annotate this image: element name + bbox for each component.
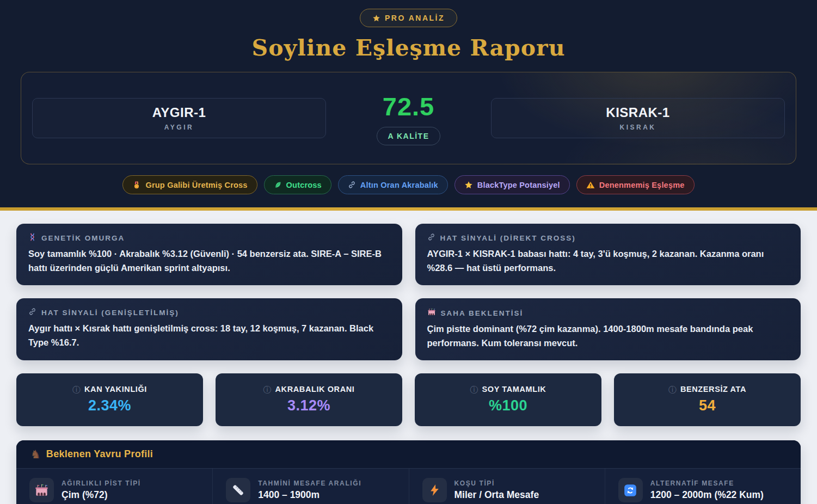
star-icon <box>464 181 473 189</box>
tags-row: Grup Galibi Üretmiş Cross Outcross Altın… <box>0 175 817 194</box>
profile-item-value: Miler / Orta Mesafe <box>454 489 539 501</box>
profile-item-label: TAHMİNİ MESAFE ARALIĞI <box>258 480 361 487</box>
match-score: 72.5 <box>383 91 434 121</box>
stat-pedigree-completeness: ⓘ SOY TAMAMLIK %100 <box>415 373 601 426</box>
stat-label: SOY TAMAMLIK <box>482 385 546 394</box>
info-icon: ⓘ <box>72 385 81 394</box>
link-icon <box>427 233 435 243</box>
profile-item-value: 1400 – 1900m <box>258 489 361 501</box>
expected-foal-profile-panel: ♞ Beklenen Yavru Profili AĞIRLIKLI PİST … <box>16 440 801 504</box>
horse-icon: ♞ <box>30 448 41 460</box>
main-section: GENETİK OMURGA Soy tamamlık %100 · Akrab… <box>0 211 817 504</box>
profile-item-alternate-distance: ALTERNATİF MESAFE 1200 – 2000m (%22 Kum) <box>605 469 801 504</box>
tag-label: Outcross <box>286 181 322 189</box>
stat-blood-proximity: ⓘ KAN YAKINLIĞI 2.34% <box>16 373 203 426</box>
card-body: Çim pistte dominant (%72 çim kazanma). 1… <box>427 322 789 350</box>
leaf-icon <box>274 181 282 189</box>
stat-value: 3.12% <box>221 397 397 414</box>
stat-label: KAN YAKINLIĞI <box>84 385 147 394</box>
pro-badge-label: PRO ANALİZ <box>385 14 445 22</box>
card-track-expectation: SAHA BEKLENTİSİ Çim pistte dominant (%72… <box>415 298 801 360</box>
link-icon <box>348 181 356 189</box>
refresh-icon <box>618 478 643 502</box>
profile-item-running-style: KOŞU TİPİ Miler / Orta Mesafe <box>409 469 605 504</box>
dna-icon <box>28 233 36 243</box>
pro-analysis-badge: PRO ANALİZ <box>360 9 457 27</box>
profile-row: AĞIRLIKLI PİST TİPİ Çim (%72) TAHMİNİ ME… <box>16 469 801 504</box>
stats-grid: ⓘ KAN YAKINLIĞI 2.34% ⓘ AKRABALIK ORANI … <box>16 373 801 426</box>
tag-untested-match: Denenmemiş Eşleşme <box>576 175 695 194</box>
info-icon: ⓘ <box>263 385 272 394</box>
hero-section: PRO ANALİZ Soyline Eşleşme Raporu AYGIR-… <box>0 0 817 207</box>
profile-item-label: AĞIRLIKLI PİST TİPİ <box>62 480 141 487</box>
card-title: HAT SİNYALİ (GENİŞLETİLMİŞ) <box>41 309 179 317</box>
ruler-icon <box>226 478 250 502</box>
tag-label: BlackType Potansiyel <box>477 181 560 189</box>
warning-icon <box>586 181 595 189</box>
match-score-card: AYGIR-1 AYGIR 72.5 A KALİTE KISRAK-1 KIS… <box>21 72 796 164</box>
link-icon <box>28 308 36 318</box>
stat-value: 54 <box>619 397 795 414</box>
info-cards-grid: GENETİK OMURGA Soy tamamlık %100 · Akrab… <box>16 224 801 360</box>
sire-name: AYGIR-1 <box>152 105 206 120</box>
score-center: 72.5 A KALİTE <box>326 91 491 145</box>
profile-panel-title: Beklenen Yavru Profili <box>46 448 153 460</box>
dam-role: KISRAK <box>619 124 656 131</box>
info-icon: ⓘ <box>668 385 677 394</box>
grade-badge: A KALİTE <box>377 127 440 145</box>
stadium-icon <box>29 478 54 502</box>
tag-label: Altın Oran Akrabalık <box>360 181 438 189</box>
medal-icon <box>132 181 141 189</box>
stat-label: AKRABALIK ORANI <box>275 385 355 394</box>
tag-label: Denenmemiş Eşleşme <box>599 181 685 189</box>
card-genetic-backbone: GENETİK OMURGA Soy tamamlık %100 · Akrab… <box>16 224 402 285</box>
card-title: SAHA BEKLENTİSİ <box>441 309 524 317</box>
card-body: Aygır hattı × Kısrak hattı genişletilmiş… <box>28 322 390 349</box>
tag-label: Grup Galibi Üretmiş Cross <box>145 181 247 189</box>
stadium-icon <box>427 308 436 318</box>
stat-value: %100 <box>420 397 596 414</box>
sire-role: AYGIR <box>164 124 194 131</box>
profile-item-value: 1200 – 2000m (%22 Kum) <box>650 489 764 501</box>
tag-group-winner-cross: Grup Galibi Üretmiş Cross <box>122 175 257 194</box>
profile-item-distance-range: TAHMİNİ MESAFE ARALIĞI 1400 – 1900m <box>212 469 408 504</box>
card-body: Soy tamamlık %100 · Akrabalık %3.12 (Güv… <box>28 247 390 275</box>
card-title: HAT SİNYALİ (DİREKT CROSS) <box>440 234 576 242</box>
info-icon: ⓘ <box>470 385 478 394</box>
tag-golden-ratio-inbreeding: Altın Oran Akrabalık <box>338 175 448 194</box>
star-icon <box>372 14 380 22</box>
stat-unique-ancestors: ⓘ BENZERSİZ ATA 54 <box>614 373 801 426</box>
page-title: Soyline Eşleşme Raporu <box>0 35 817 61</box>
tag-outcross: Outcross <box>264 175 331 194</box>
profile-item-label: KOŞU TİPİ <box>454 480 539 487</box>
card-title: GENETİK OMURGA <box>41 234 125 242</box>
tag-blacktype-potential: BlackType Potansiyel <box>454 175 570 194</box>
lightning-icon <box>422 478 447 502</box>
profile-item-track-type: AĞIRLIKLI PİST TİPİ Çim (%72) <box>16 469 212 504</box>
dam-name: KISRAK-1 <box>606 105 669 120</box>
profile-item-label: ALTERNATİF MESAFE <box>650 480 764 487</box>
stat-inbreeding-ratio: ⓘ AKRABALIK ORANI 3.12% <box>216 373 402 426</box>
profile-item-value: Çim (%72) <box>62 489 141 501</box>
stat-value: 2.34% <box>22 397 198 414</box>
sire-box: AYGIR-1 AYGIR <box>32 98 326 138</box>
stat-label: BENZERSİZ ATA <box>680 385 746 394</box>
dam-box: KISRAK-1 KISRAK <box>491 98 785 138</box>
card-body: AYGIR-1 × KISRAK-1 babası hattı: 4 tay, … <box>427 247 789 275</box>
card-line-signal-direct: HAT SİNYALİ (DİREKT CROSS) AYGIR-1 × KIS… <box>415 224 801 285</box>
card-line-signal-extended: HAT SİNYALİ (GENİŞLETİLMİŞ) Aygır hattı … <box>16 298 402 360</box>
